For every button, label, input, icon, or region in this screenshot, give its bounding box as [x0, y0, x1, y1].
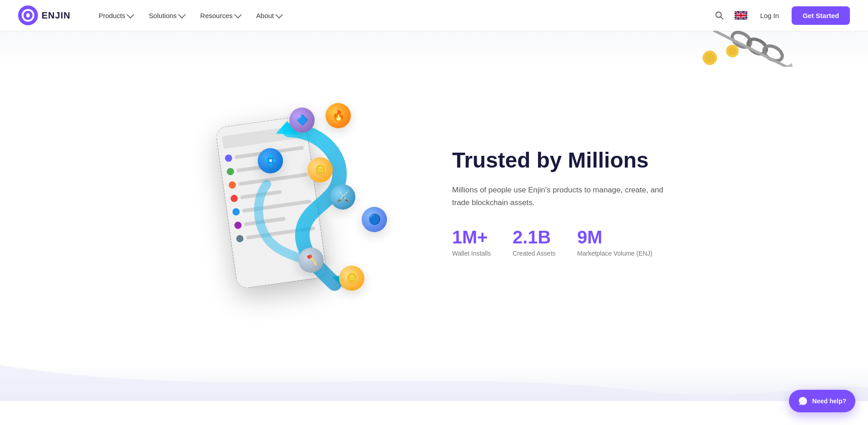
chat-icon: [798, 396, 808, 406]
language-flag[interactable]: [735, 11, 747, 20]
nav-item-resources[interactable]: Resources: [194, 8, 246, 23]
search-icon: [715, 11, 724, 20]
enjin-token-icon: 🔵: [362, 207, 387, 232]
stat-value-wallet: 1M+: [452, 227, 491, 247]
stats-row: 1M+ Wallet Installs 2.1B Created Assets …: [452, 227, 669, 257]
trusted-illustration: 🔷 🔥 💠 ⚔️ 🔵 🪙 🪓 🪙: [199, 94, 398, 311]
btc-icon-2: 🪙: [339, 266, 364, 291]
stat-wallet-installs: 1M+ Wallet Installs: [452, 227, 491, 257]
navbar: ENJIN Products Solutions Resources About: [0, 0, 868, 31]
stat-label-volume: Marketplace Volume (ENJ): [577, 250, 653, 257]
chevron-down-icon: [127, 11, 134, 19]
hero-remnant: [0, 31, 868, 67]
nav-item-products[interactable]: Products: [92, 8, 139, 23]
fire-ring-icon: 🔥: [326, 103, 351, 128]
stat-label-assets: Created Assets: [513, 250, 556, 257]
eth-icon: 🔷: [289, 107, 315, 133]
trusted-content: Trusted by Millions Millions of people u…: [452, 148, 669, 257]
enjin-logo-icon: [18, 5, 38, 25]
svg-marker-8: [787, 63, 793, 67]
nav-links: Products Solutions Resources About: [92, 8, 712, 23]
logo[interactable]: ENJIN: [18, 5, 71, 25]
chevron-down-icon: [234, 11, 241, 19]
bottom-wave: [0, 365, 868, 401]
stat-value-assets: 2.1B: [513, 227, 556, 247]
login-button[interactable]: Log In: [755, 8, 784, 23]
trusted-section: 🔷 🔥 💠 ⚔️ 🔵 🪙 🪓 🪙 Trusted by Millions Mil…: [118, 67, 750, 347]
btc-coin-icon: 🪙: [307, 157, 333, 182]
svg-point-12: [728, 47, 736, 55]
stat-label-wallet: Wallet Installs: [452, 250, 491, 257]
nav-item-solutions[interactable]: Solutions: [142, 8, 190, 23]
chat-widget[interactable]: Need help?: [789, 390, 855, 412]
hero-remnant-illustration: [669, 31, 796, 67]
chat-label: Need help?: [812, 397, 846, 405]
nav-item-about[interactable]: About: [250, 8, 288, 23]
stat-value-volume: 9M: [577, 227, 653, 247]
svg-point-10: [705, 53, 715, 63]
stat-marketplace-volume: 9M Marketplace Volume (ENJ): [577, 227, 653, 257]
page-wrapper: 🔷 🔥 💠 ⚔️ 🔵 🪙 🪓 🪙 Trusted by Millions Mil…: [0, 0, 868, 425]
get-started-button[interactable]: Get Started: [792, 6, 850, 25]
serum-icon: 💠: [258, 148, 283, 173]
chevron-down-icon: [178, 11, 186, 19]
nav-right: Log In Get Started: [711, 6, 850, 25]
sword-icon: ⚔️: [330, 184, 355, 210]
trusted-description: Millions of people use Enjin's products …: [452, 184, 669, 209]
axe-icon: 🪓: [298, 248, 324, 273]
stat-created-assets: 2.1B Created Assets: [513, 227, 556, 257]
chevron-down-icon: [275, 11, 283, 19]
search-button[interactable]: [711, 7, 727, 23]
svg-line-2: [721, 17, 723, 19]
trusted-title: Trusted by Millions: [452, 148, 669, 173]
logo-text: ENJIN: [42, 10, 71, 21]
